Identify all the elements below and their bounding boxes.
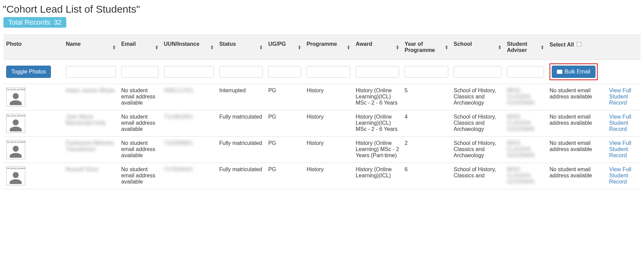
student-school: School of History, Classics and Archaeol… bbox=[451, 137, 504, 163]
sort-icon: ▲▼ bbox=[396, 45, 399, 50]
col-header-ugpg[interactable]: UG/PG▲▼ bbox=[265, 35, 304, 60]
photo-caption: No photo present bbox=[7, 141, 25, 143]
students-table: Photo Name▲▼ Email▲▼ UUN/Instance▲▼ Stat… bbox=[3, 35, 641, 189]
col-header-programme[interactable]: Programme▲▼ bbox=[304, 35, 353, 60]
student-adviser: MISS CLAUDIA GOODWIN bbox=[507, 140, 534, 158]
student-name: Adam James Whyte bbox=[66, 87, 115, 93]
filter-email-input[interactable] bbox=[121, 66, 159, 78]
student-email: No student email address available bbox=[119, 84, 161, 110]
total-records-badge: Total Records: 32 bbox=[3, 17, 66, 28]
student-name: Joan Marie Macdonald Kelly bbox=[66, 114, 106, 126]
student-programme: History bbox=[304, 137, 353, 163]
student-email: No student email address available bbox=[119, 137, 161, 163]
student-select-cell: No student email address available bbox=[547, 137, 606, 163]
student-year: 6 bbox=[402, 163, 451, 189]
student-name: Padharsha Midraha Thandriksen bbox=[66, 140, 114, 152]
student-programme: History bbox=[304, 84, 353, 110]
table-row: No photo present Joan Marie Macdonald Ke… bbox=[3, 110, 641, 137]
sort-icon: ▲▼ bbox=[298, 45, 301, 50]
student-photo-placeholder: No photo present bbox=[6, 114, 25, 133]
col-header-school[interactable]: School▲▼ bbox=[451, 35, 504, 60]
student-uun: T1792444/1 bbox=[164, 166, 193, 172]
sort-icon: ▲▼ bbox=[445, 45, 448, 50]
student-year: 4 bbox=[402, 110, 451, 137]
select-all-checkbox[interactable] bbox=[577, 42, 581, 47]
table-row: No photo present Adam James Whyte No stu… bbox=[3, 84, 641, 110]
filter-programme-input[interactable] bbox=[306, 66, 350, 78]
view-full-record-link[interactable]: View Full Student Record bbox=[609, 87, 631, 106]
student-ugpg: PG bbox=[265, 110, 304, 137]
student-status: Interrupted bbox=[217, 84, 265, 110]
sort-icon: ▲▼ bbox=[498, 45, 502, 50]
student-uun: S0811176/1 bbox=[164, 87, 193, 93]
student-status: Fully matriculated bbox=[217, 110, 265, 137]
student-ugpg: PG bbox=[265, 84, 304, 110]
filter-award-input[interactable] bbox=[356, 66, 399, 78]
student-year: 2 bbox=[402, 137, 451, 163]
student-school: School of History, Classics and Archaeol… bbox=[451, 110, 504, 137]
filter-uun-input[interactable] bbox=[164, 66, 214, 78]
sort-icon: ▲▼ bbox=[155, 45, 159, 50]
student-school: School of History, Classics and Archaeol… bbox=[451, 84, 504, 110]
filter-name-input[interactable] bbox=[66, 66, 116, 78]
table-row: No photo present Padharsha Midraha Thand… bbox=[3, 137, 641, 163]
student-email: No student email address available bbox=[119, 163, 161, 189]
student-photo-placeholder: No photo present bbox=[6, 87, 25, 107]
col-header-email[interactable]: Email▲▼ bbox=[119, 35, 161, 60]
student-adviser: MISS CLAUDIA GOODWIN bbox=[507, 114, 534, 132]
student-uun: T1529988/1 bbox=[164, 140, 193, 146]
sort-icon: ▲▼ bbox=[347, 45, 350, 50]
student-year: 5 bbox=[402, 84, 451, 110]
student-select-cell: No student email address available bbox=[547, 84, 606, 110]
col-header-year[interactable]: Year of Programme▲▼ bbox=[402, 35, 451, 60]
sort-icon: ▲▼ bbox=[112, 45, 116, 50]
col-header-uun[interactable]: UUN/Instance▲▼ bbox=[161, 35, 217, 60]
student-status: Fully matriculated bbox=[217, 137, 265, 163]
student-name: Russell Short bbox=[66, 166, 98, 172]
filter-ugpg-input[interactable] bbox=[268, 66, 301, 78]
student-ugpg: PG bbox=[265, 163, 304, 189]
sort-icon: ▲▼ bbox=[210, 45, 214, 50]
student-select-cell: No student email address available bbox=[547, 163, 606, 189]
student-uun: T1148159/1 bbox=[164, 114, 193, 120]
page-title: "Cohort Lead List of Students" bbox=[3, 3, 644, 15]
view-full-record-link[interactable]: View Full Student Record bbox=[609, 140, 631, 158]
bulk-email-highlight: Bulk Email bbox=[549, 63, 598, 80]
filter-adviser-input[interactable] bbox=[507, 66, 544, 78]
student-programme: History bbox=[304, 110, 353, 137]
view-full-record-link[interactable]: View Full Student Record bbox=[609, 166, 631, 185]
photo-caption: No photo present bbox=[7, 114, 25, 117]
student-adviser: MISS CLAUDIA GOODWIN bbox=[507, 87, 534, 106]
sort-icon: ▲▼ bbox=[541, 45, 544, 50]
col-header-photo: Photo bbox=[3, 35, 63, 60]
student-award: History (Online Learning)(ICL) bbox=[353, 163, 402, 189]
filter-status-input[interactable] bbox=[219, 66, 263, 78]
filter-school-input[interactable] bbox=[454, 66, 502, 78]
col-header-name[interactable]: Name▲▼ bbox=[63, 35, 119, 60]
filter-year-input[interactable] bbox=[405, 66, 448, 78]
sort-icon: ▲▼ bbox=[259, 45, 263, 50]
bulk-email-label: Bulk Email bbox=[564, 69, 590, 75]
col-header-actions bbox=[606, 35, 641, 60]
student-photo-placeholder: No photo present bbox=[6, 140, 25, 159]
col-header-award[interactable]: Award▲▼ bbox=[353, 35, 402, 60]
view-full-record-link[interactable]: View Full Student Record bbox=[609, 114, 631, 132]
col-header-select-all: Select All bbox=[547, 35, 606, 60]
toggle-photos-button[interactable]: Toggle Photos bbox=[6, 66, 51, 78]
envelope-icon bbox=[557, 70, 562, 74]
student-ugpg: PG bbox=[265, 137, 304, 163]
student-award: History (Online Learning)(ICL) MSc - 2 -… bbox=[353, 110, 402, 137]
photo-caption: No photo present bbox=[7, 88, 25, 91]
bulk-email-button[interactable]: Bulk Email bbox=[552, 66, 595, 78]
student-award: History (Online Learning) MSc - 2 Years … bbox=[353, 137, 402, 163]
col-header-status[interactable]: Status▲▼ bbox=[217, 35, 265, 60]
table-row: No photo present Russell Short No studen… bbox=[3, 163, 641, 189]
student-school: School of History, Classics and bbox=[451, 163, 504, 189]
student-photo-placeholder: No photo present bbox=[6, 166, 25, 186]
student-programme: History bbox=[304, 163, 353, 189]
student-email: No student email address available bbox=[119, 110, 161, 137]
student-status: Fully matriculated bbox=[217, 163, 265, 189]
col-header-adviser[interactable]: Student Adviser▲▼ bbox=[504, 35, 547, 60]
student-award: History (Online Learning)(ICL) MSc - 2 -… bbox=[353, 84, 402, 110]
student-select-cell: No student email address available bbox=[547, 110, 606, 137]
